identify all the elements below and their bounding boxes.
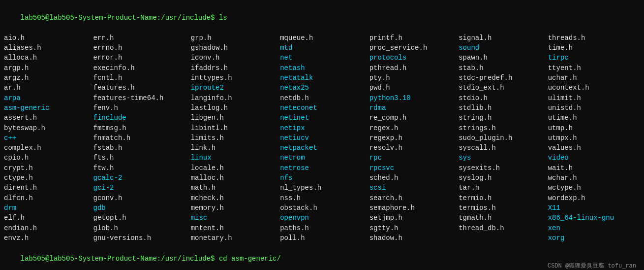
file-cell: sched.h bbox=[369, 173, 459, 183]
watermark: CSDN @狐狸爱臭豆腐 tofu_ran bbox=[548, 262, 636, 270]
file-cell: ftw.h bbox=[93, 163, 191, 173]
file-cell: gci-2 bbox=[93, 183, 191, 193]
file-cell: termios.h bbox=[459, 203, 548, 213]
file-cell: iproute2 bbox=[191, 83, 280, 93]
prompt-line-1: lab505@lab505-System-Product-Name:/usr/i… bbox=[4, 3, 640, 33]
file-cell: fstab.h bbox=[93, 143, 191, 153]
file-cell: errno.h bbox=[93, 43, 191, 53]
file-cell: err.h bbox=[93, 33, 191, 43]
file-cell: c++ bbox=[4, 133, 93, 143]
file-cell: openvpn bbox=[280, 213, 369, 223]
file-cell: stab.h bbox=[459, 63, 548, 73]
file-cell: arpa bbox=[4, 93, 93, 103]
file-cell: netipx bbox=[280, 123, 369, 133]
file-cell: nss.h bbox=[280, 193, 369, 203]
file-cell: drm bbox=[4, 203, 93, 213]
file-cell: monetary.h bbox=[191, 233, 280, 243]
file-cell: math.h bbox=[191, 183, 280, 193]
file-cell: link.h bbox=[191, 143, 280, 153]
prompt-text-2: lab505@lab505-System-Product-Name:/usr/i… bbox=[21, 255, 281, 263]
file-cell: ucontext.h bbox=[548, 83, 640, 93]
file-cell: alloca.h bbox=[4, 53, 93, 63]
file-cell: netash bbox=[280, 63, 369, 73]
file-cell: cpio.h bbox=[4, 153, 93, 163]
file-cell: finclude bbox=[93, 113, 191, 123]
file-cell: strings.h bbox=[459, 123, 548, 133]
file-cell: utmpx.h bbox=[548, 133, 640, 143]
file-cell: ifaddrs.h bbox=[191, 63, 280, 73]
file-cell: byteswap.h bbox=[4, 123, 93, 133]
file-cell: search.h bbox=[369, 193, 459, 203]
file-cell: tirpc bbox=[548, 53, 640, 63]
file-cell: argz.h bbox=[4, 73, 93, 83]
file-cell: sudo_plugin.h bbox=[459, 133, 548, 143]
file-cell: wait.h bbox=[548, 163, 640, 173]
file-cell: libintl.h bbox=[191, 123, 280, 133]
file-cell: poll.h bbox=[280, 233, 369, 243]
file-cell: neteconet bbox=[280, 103, 369, 113]
file-cell: sysexits.h bbox=[459, 163, 548, 173]
file-cell: netiucv bbox=[280, 133, 369, 143]
file-cell: stdc-predef.h bbox=[459, 73, 548, 83]
file-cell: complex.h bbox=[4, 143, 93, 153]
file-cell: mqueue.h bbox=[280, 33, 369, 43]
file-cell: nl_types.h bbox=[280, 183, 369, 193]
file-cell: aliases.h bbox=[4, 43, 93, 53]
file-cell: gdb bbox=[93, 203, 191, 213]
file-cell: elf.h bbox=[4, 213, 93, 223]
file-cell: langinfo.h bbox=[191, 93, 280, 103]
file-cell: net bbox=[280, 53, 369, 63]
file-cell: stdio_ext.h bbox=[459, 83, 548, 93]
file-cell: nfs bbox=[280, 173, 369, 183]
file-cell: lastlog.h bbox=[191, 103, 280, 113]
file-cell: fmtmsg.h bbox=[93, 123, 191, 133]
file-cell: signal.h bbox=[459, 33, 548, 43]
file-cell: mcheck.h bbox=[191, 193, 280, 203]
file-cell: netinet bbox=[280, 113, 369, 123]
file-cell: sgtty.h bbox=[369, 223, 459, 233]
file-cell: memory.h bbox=[191, 203, 280, 213]
file-cell: video bbox=[548, 153, 640, 163]
file-cell: string.h bbox=[459, 113, 548, 123]
file-cell: netax25 bbox=[280, 83, 369, 93]
file-cell: python3.10 bbox=[369, 93, 459, 103]
file-cell: fcntl.h bbox=[93, 73, 191, 83]
file-cell: pty.h bbox=[369, 73, 459, 83]
file-cell: xen bbox=[548, 223, 640, 233]
file-cell: semaphore.h bbox=[369, 203, 459, 213]
file-cell: gshadow.h bbox=[191, 43, 280, 53]
file-cell: X11 bbox=[548, 203, 640, 213]
file-cell: protocols bbox=[369, 53, 459, 63]
file-cell: obstack.h bbox=[280, 203, 369, 213]
file-cell: ttyent.h bbox=[548, 63, 640, 73]
file-cell: misc bbox=[191, 213, 280, 223]
file-cell: scsi bbox=[369, 183, 459, 193]
file-cell: envz.h bbox=[4, 233, 93, 243]
file-cell: uchar.h bbox=[548, 73, 640, 83]
file-cell: wchar.h bbox=[548, 173, 640, 183]
file-cell: glob.h bbox=[93, 223, 191, 233]
file-cell: resolv.h bbox=[369, 143, 459, 153]
file-cell: x86_64-linux-gnu bbox=[548, 213, 640, 223]
file-cell: spawn.h bbox=[459, 53, 548, 63]
file-cell: features-time64.h bbox=[93, 93, 191, 103]
file-cell: pwd.h bbox=[369, 83, 459, 93]
file-cell: syslog.h bbox=[459, 173, 548, 183]
file-cell: gnu-versions.h bbox=[93, 233, 191, 243]
file-cell: netrom bbox=[280, 153, 369, 163]
file-cell: unistd.h bbox=[548, 103, 640, 113]
file-cell: wctype.h bbox=[548, 183, 640, 193]
file-cell: aio.h bbox=[4, 33, 93, 43]
file-cell: endian.h bbox=[4, 223, 93, 233]
file-cell bbox=[459, 233, 548, 243]
file-cell: utime.h bbox=[548, 113, 640, 123]
file-cell: termio.h bbox=[459, 193, 548, 203]
file-cell: tgmath.h bbox=[459, 213, 548, 223]
prompt-text-1: lab505@lab505-System-Product-Name:/usr/i… bbox=[21, 14, 227, 22]
file-cell: regex.h bbox=[369, 123, 459, 133]
file-cell: ctype.h bbox=[4, 173, 93, 183]
file-cell: fenv.h bbox=[93, 103, 191, 113]
file-cell: limits.h bbox=[191, 133, 280, 143]
file-cell: inttypes.h bbox=[191, 73, 280, 83]
file-cell: sound bbox=[459, 43, 548, 53]
